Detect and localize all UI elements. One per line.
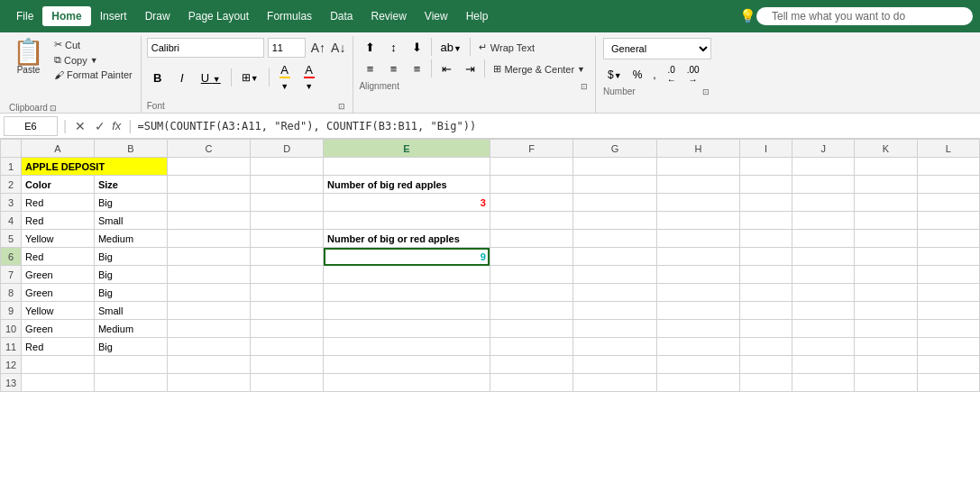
cell-f10[interactable] bbox=[490, 320, 572, 338]
cell-d9[interactable] bbox=[251, 302, 324, 320]
align-right-button[interactable]: ≡ bbox=[406, 59, 427, 78]
menu-view[interactable]: View bbox=[416, 6, 457, 26]
cell-d3[interactable] bbox=[251, 194, 324, 212]
cell-i4[interactable] bbox=[740, 212, 792, 230]
format-painter-button[interactable]: 🖌 Format Painter bbox=[51, 68, 135, 81]
align-middle-button[interactable]: ↕ bbox=[382, 38, 404, 57]
menu-file[interactable]: File bbox=[7, 6, 42, 26]
cell-j8[interactable] bbox=[792, 284, 854, 302]
cell-d10[interactable] bbox=[251, 320, 324, 338]
cell-i3[interactable] bbox=[740, 194, 792, 212]
cell-b6[interactable]: Big bbox=[94, 248, 167, 266]
cell-l11[interactable] bbox=[917, 338, 979, 356]
cell-k12[interactable] bbox=[855, 356, 917, 374]
cell-l13[interactable] bbox=[917, 374, 979, 392]
cell-h9[interactable] bbox=[656, 302, 739, 320]
cell-i2[interactable] bbox=[740, 176, 792, 194]
cell-g3[interactable] bbox=[573, 194, 656, 212]
fill-color-button[interactable]: A▼ bbox=[274, 61, 296, 94]
cell-g8[interactable] bbox=[573, 284, 656, 302]
cell-k9[interactable] bbox=[855, 302, 917, 320]
cell-f9[interactable] bbox=[490, 302, 572, 320]
cell-h3[interactable] bbox=[656, 194, 739, 212]
cell-d12[interactable] bbox=[251, 356, 324, 374]
cell-l2[interactable] bbox=[917, 176, 979, 194]
cell-f13[interactable] bbox=[490, 374, 572, 392]
cell-a10[interactable]: Green bbox=[22, 320, 95, 338]
cell-d4[interactable] bbox=[251, 212, 324, 230]
cell-a5[interactable]: Yellow bbox=[22, 230, 95, 248]
cell-b3[interactable]: Big bbox=[94, 194, 167, 212]
cell-f8[interactable] bbox=[490, 284, 572, 302]
cell-k4[interactable] bbox=[855, 212, 917, 230]
text-angle-button[interactable]: ab▼ bbox=[435, 38, 465, 57]
cell-i12[interactable] bbox=[740, 356, 792, 374]
cell-g12[interactable] bbox=[573, 356, 656, 374]
number-format-select[interactable]: General bbox=[603, 38, 711, 59]
cell-c12[interactable] bbox=[167, 356, 250, 374]
menu-review[interactable]: Review bbox=[362, 6, 415, 26]
cell-j6[interactable] bbox=[792, 248, 854, 266]
col-header-j[interactable]: J bbox=[792, 140, 854, 158]
cell-a6[interactable]: Red bbox=[22, 248, 95, 266]
cell-i7[interactable] bbox=[740, 266, 792, 284]
cell-b5[interactable]: Medium bbox=[94, 230, 167, 248]
cell-f12[interactable] bbox=[490, 356, 572, 374]
cell-g7[interactable] bbox=[573, 266, 656, 284]
cell-i13[interactable] bbox=[740, 374, 792, 392]
cell-j7[interactable] bbox=[792, 266, 854, 284]
cell-k1[interactable] bbox=[855, 158, 917, 176]
font-name-input[interactable] bbox=[147, 38, 264, 58]
cell-c8[interactable] bbox=[167, 284, 250, 302]
cell-i10[interactable] bbox=[740, 320, 792, 338]
cell-c4[interactable] bbox=[167, 212, 250, 230]
cell-j9[interactable] bbox=[792, 302, 854, 320]
border-button[interactable]: ⊞▼ bbox=[236, 69, 264, 86]
cell-d6[interactable] bbox=[251, 248, 324, 266]
italic-button[interactable]: I bbox=[171, 69, 193, 87]
menu-draw[interactable]: Draw bbox=[136, 6, 179, 26]
col-header-h[interactable]: H bbox=[656, 140, 739, 158]
font-expand-button[interactable]: ⊡ bbox=[336, 102, 347, 111]
cell-a11[interactable]: Red bbox=[22, 338, 95, 356]
cell-a2[interactable]: Color bbox=[22, 176, 95, 194]
cell-h7[interactable] bbox=[656, 266, 739, 284]
cell-j13[interactable] bbox=[792, 374, 854, 392]
cell-a7[interactable]: Green bbox=[22, 266, 95, 284]
cell-g2[interactable] bbox=[573, 176, 656, 194]
col-header-b[interactable]: B bbox=[94, 140, 167, 158]
increase-font-button[interactable]: A↑ bbox=[309, 41, 327, 55]
menu-insert[interactable]: Insert bbox=[91, 6, 136, 26]
cell-h5[interactable] bbox=[656, 230, 739, 248]
cell-a8[interactable]: Green bbox=[22, 284, 95, 302]
cell-g1[interactable] bbox=[573, 158, 656, 176]
cell-l6[interactable] bbox=[917, 248, 979, 266]
cell-f5[interactable] bbox=[490, 230, 572, 248]
cell-c11[interactable] bbox=[167, 338, 250, 356]
cell-e10[interactable] bbox=[324, 320, 490, 338]
cell-h2[interactable] bbox=[656, 176, 739, 194]
copy-button[interactable]: ⧉ Copy ▼ bbox=[51, 53, 135, 67]
cell-g9[interactable] bbox=[573, 302, 656, 320]
cell-d13[interactable] bbox=[251, 374, 324, 392]
cell-c7[interactable] bbox=[167, 266, 250, 284]
cell-c5[interactable] bbox=[167, 230, 250, 248]
cell-j5[interactable] bbox=[792, 230, 854, 248]
cell-e5[interactable]: Number of big or red apples bbox=[324, 230, 490, 248]
cell-j3[interactable] bbox=[792, 194, 854, 212]
cell-f4[interactable] bbox=[490, 212, 572, 230]
cell-h11[interactable] bbox=[656, 338, 739, 356]
col-header-i[interactable]: I bbox=[740, 140, 792, 158]
cell-reference-input[interactable] bbox=[4, 116, 58, 136]
cell-f3[interactable] bbox=[490, 194, 572, 212]
cell-k11[interactable] bbox=[855, 338, 917, 356]
cell-d11[interactable] bbox=[251, 338, 324, 356]
cell-j11[interactable] bbox=[792, 338, 854, 356]
cell-c2[interactable] bbox=[167, 176, 250, 194]
cell-c13[interactable] bbox=[167, 374, 250, 392]
cell-c1[interactable] bbox=[167, 158, 250, 176]
cell-g6[interactable] bbox=[573, 248, 656, 266]
cell-i5[interactable] bbox=[740, 230, 792, 248]
cell-e9[interactable] bbox=[324, 302, 490, 320]
cell-b4[interactable]: Small bbox=[94, 212, 167, 230]
